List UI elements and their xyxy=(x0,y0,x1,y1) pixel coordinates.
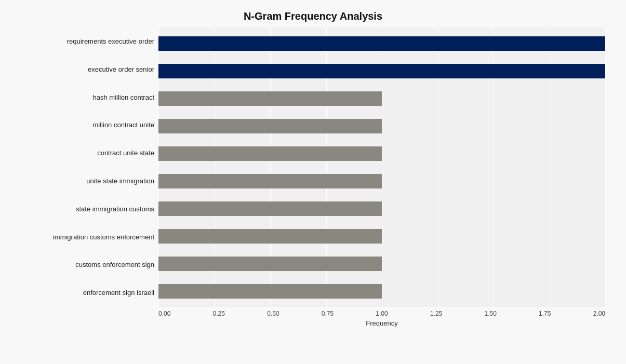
x-tick-label: 0.25 xyxy=(213,310,225,317)
x-axis-section: 0.000.250.500.751.001.251.501.752.00 Fre… xyxy=(158,307,605,333)
bars-section: requirements executive orderexecutive or… xyxy=(21,28,605,307)
bar xyxy=(158,201,382,216)
bar xyxy=(158,284,382,299)
bars-wrapper xyxy=(158,28,605,307)
y-label: million contract unite xyxy=(21,121,154,129)
y-labels: requirements executive orderexecutive or… xyxy=(21,28,158,307)
y-label: hash million contract xyxy=(21,93,154,102)
bar xyxy=(158,64,605,78)
x-tick-label: 0.50 xyxy=(267,310,279,317)
bar-row xyxy=(158,171,605,191)
bar xyxy=(158,174,382,188)
bar-row xyxy=(158,116,605,136)
y-label: requirements executive order xyxy=(21,37,154,46)
bar xyxy=(158,119,382,133)
bar-row xyxy=(158,61,605,81)
x-ticks: 0.000.250.500.751.001.251.501.752.00 xyxy=(158,307,605,317)
x-tick-label: 2.00 xyxy=(593,310,605,317)
y-label: unite state immigration xyxy=(21,177,154,185)
y-label: customs enforcement sign xyxy=(21,261,154,269)
bar xyxy=(158,146,382,161)
x-tick-label: 0.75 xyxy=(322,310,334,317)
grid-line xyxy=(605,28,606,307)
x-tick-label: 1.75 xyxy=(539,310,551,317)
x-tick-label: 0.00 xyxy=(158,310,170,317)
y-label: executive order senior xyxy=(21,65,154,74)
bar-row xyxy=(158,34,605,53)
bar xyxy=(158,229,382,244)
bar-row xyxy=(158,199,605,219)
x-tick-label: 1.00 xyxy=(376,310,388,317)
y-label: enforcement sign israeli xyxy=(21,289,154,297)
chart-title: N-Gram Frequency Analysis xyxy=(21,10,605,22)
chart-container: N-Gram Frequency Analysis requirements e… xyxy=(0,0,626,364)
bars-and-grid xyxy=(158,28,605,307)
chart-area: requirements executive orderexecutive or… xyxy=(21,28,605,333)
bar xyxy=(158,91,382,106)
bar-row xyxy=(158,281,605,301)
x-axis-label: Frequency xyxy=(158,319,605,327)
y-label: immigration customs enforcement xyxy=(21,233,154,241)
bar-row xyxy=(158,254,605,274)
bar-row xyxy=(158,226,605,246)
bar-row xyxy=(158,144,605,164)
bar xyxy=(158,257,382,271)
x-tick-label: 1.50 xyxy=(484,310,496,317)
bar xyxy=(158,36,605,51)
y-label: state immigration customs xyxy=(21,205,154,213)
y-label: contract unite state xyxy=(21,149,154,157)
bar-row xyxy=(158,89,605,109)
x-tick-label: 1.25 xyxy=(430,310,442,317)
